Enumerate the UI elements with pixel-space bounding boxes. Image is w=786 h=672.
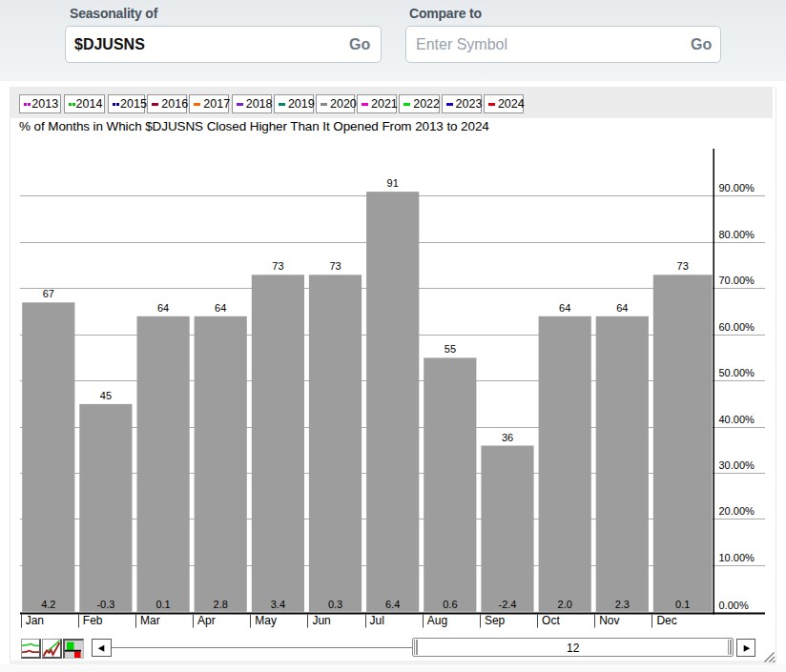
svg-text:55: 55 (445, 343, 456, 355)
svg-text:0.6: 0.6 (443, 599, 457, 610)
svg-text:Jul: Jul (370, 614, 384, 627)
svg-text:3.4: 3.4 (271, 599, 285, 610)
svg-text:Apr: Apr (197, 614, 216, 627)
svg-text:67: 67 (43, 288, 54, 299)
svg-text:2.8: 2.8 (214, 599, 228, 610)
svg-text:May: May (255, 614, 277, 627)
svg-text:Nov: Nov (599, 614, 619, 627)
svg-text:Sep: Sep (485, 614, 506, 627)
svg-text:Jun: Jun (312, 614, 330, 627)
svg-text:-0.3: -0.3 (96, 599, 114, 610)
svg-text:Jan: Jan (26, 614, 44, 627)
svg-text:73: 73 (677, 260, 689, 272)
svg-text:-2.4: -2.4 (499, 599, 517, 610)
svg-text:91: 91 (387, 177, 399, 189)
svg-text:45: 45 (100, 390, 112, 401)
svg-text:64: 64 (215, 302, 226, 314)
svg-text:4.2: 4.2 (41, 599, 55, 610)
svg-text:64: 64 (559, 302, 570, 314)
svg-text:20.00%: 20.00% (719, 505, 755, 517)
svg-text:36: 36 (502, 432, 513, 443)
svg-text:2.0: 2.0 (558, 599, 572, 610)
svg-text:50.00%: 50.00% (719, 367, 755, 378)
svg-text:6.4: 6.4 (385, 599, 400, 610)
svg-text:60.00%: 60.00% (719, 321, 755, 333)
svg-text:0.1: 0.1 (155, 599, 170, 610)
svg-text:30.00%: 30.00% (719, 459, 755, 471)
svg-text:Dec: Dec (656, 614, 676, 627)
svg-text:2.3: 2.3 (615, 599, 630, 610)
svg-text:Oct: Oct (542, 614, 560, 627)
svg-text:64: 64 (616, 302, 628, 314)
svg-text:10.00%: 10.00% (719, 552, 755, 563)
svg-text:0.1: 0.1 (675, 599, 690, 610)
svg-text:70.00%: 70.00% (719, 275, 755, 286)
svg-text:0.00%: 0.00% (719, 600, 749, 611)
svg-text:Aug: Aug (427, 614, 447, 627)
svg-text:Mar: Mar (140, 614, 160, 627)
svg-text:0.3: 0.3 (328, 599, 342, 610)
svg-text:73: 73 (329, 260, 341, 272)
svg-text:73: 73 (272, 260, 283, 272)
svg-text:90.00%: 90.00% (719, 182, 755, 193)
svg-text:40.00%: 40.00% (719, 414, 755, 425)
svg-text:80.00%: 80.00% (719, 229, 755, 240)
svg-text:Feb: Feb (83, 614, 103, 627)
svg-text:64: 64 (157, 302, 169, 314)
